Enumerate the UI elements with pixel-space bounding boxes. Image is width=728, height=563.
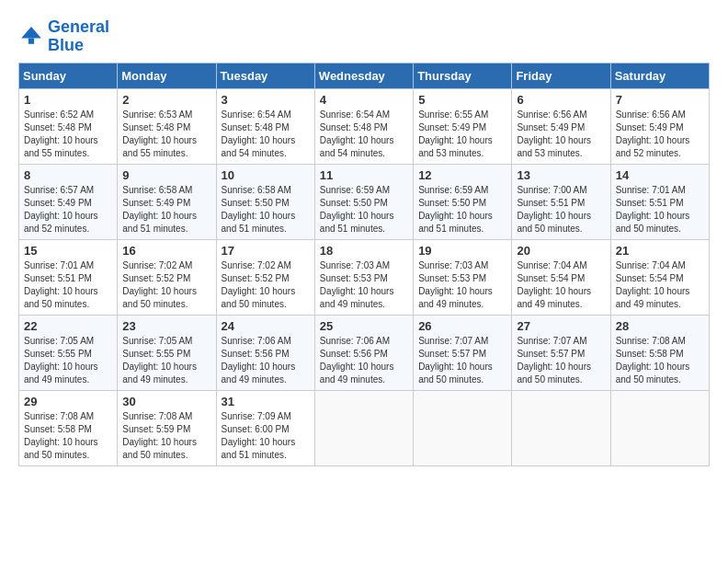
day-info: Sunrise: 6:56 AM Sunset: 5:49 PM Dayligh… (517, 109, 605, 160)
svg-rect-1 (28, 38, 34, 43)
day-info: Sunrise: 6:56 AM Sunset: 5:49 PM Dayligh… (616, 109, 704, 160)
day-number: 2 (122, 93, 210, 107)
calendar-day-cell: 15 Sunrise: 7:01 AM Sunset: 5:51 PM Dayl… (19, 239, 118, 315)
calendar-day-cell: 3 Sunrise: 6:54 AM Sunset: 5:48 PM Dayli… (216, 88, 314, 164)
day-info: Sunrise: 7:04 AM Sunset: 5:54 PM Dayligh… (616, 259, 704, 311)
day-info: Sunrise: 7:01 AM Sunset: 5:51 PM Dayligh… (616, 184, 704, 236)
calendar-day-cell: 24 Sunrise: 7:06 AM Sunset: 5:56 PM Dayl… (216, 315, 314, 390)
day-info: Sunrise: 7:02 AM Sunset: 5:52 PM Dayligh… (222, 259, 310, 311)
calendar-day-cell: 21 Sunrise: 7:04 AM Sunset: 5:54 PM Dayl… (610, 239, 709, 315)
calendar-day-cell (610, 390, 709, 465)
calendar-day-cell: 7 Sunrise: 6:56 AM Sunset: 5:49 PM Dayli… (610, 88, 709, 164)
day-info: Sunrise: 7:00 AM Sunset: 5:51 PM Dayligh… (517, 184, 605, 236)
day-info: Sunrise: 6:52 AM Sunset: 5:48 PM Dayligh… (24, 109, 112, 160)
day-number: 10 (222, 168, 310, 182)
calendar-day-cell: 30 Sunrise: 7:08 AM Sunset: 5:59 PM Dayl… (118, 390, 216, 465)
day-info: Sunrise: 6:53 AM Sunset: 5:48 PM Dayligh… (122, 109, 210, 160)
calendar-day-cell: 31 Sunrise: 7:09 AM Sunset: 6:00 PM Dayl… (216, 390, 314, 465)
calendar-day-cell: 17 Sunrise: 7:02 AM Sunset: 5:52 PM Dayl… (216, 239, 314, 315)
weekday-header: Tuesday (216, 63, 314, 88)
weekday-header: Thursday (414, 63, 512, 88)
logo: General Blue (18, 18, 109, 55)
day-info: Sunrise: 6:57 AM Sunset: 5:49 PM Dayligh… (24, 184, 112, 236)
day-info: Sunrise: 7:05 AM Sunset: 5:55 PM Dayligh… (24, 335, 112, 386)
calendar-day-cell (512, 390, 610, 465)
day-info: Sunrise: 6:55 AM Sunset: 5:49 PM Dayligh… (418, 109, 506, 160)
page-header: General Blue (18, 18, 710, 55)
calendar-day-cell: 19 Sunrise: 7:03 AM Sunset: 5:53 PM Dayl… (414, 239, 512, 315)
svg-marker-0 (21, 27, 41, 38)
calendar-week-row: 29 Sunrise: 7:08 AM Sunset: 5:58 PM Dayl… (19, 390, 710, 465)
calendar-day-cell: 1 Sunrise: 6:52 AM Sunset: 5:48 PM Dayli… (19, 88, 118, 164)
calendar-day-cell (314, 390, 413, 465)
weekday-header-row: SundayMondayTuesdayWednesdayThursdayFrid… (19, 63, 710, 88)
day-number: 26 (418, 319, 506, 333)
day-number: 28 (616, 319, 704, 333)
day-info: Sunrise: 6:58 AM Sunset: 5:49 PM Dayligh… (122, 184, 210, 236)
calendar-day-cell: 6 Sunrise: 6:56 AM Sunset: 5:49 PM Dayli… (512, 88, 610, 164)
day-number: 25 (320, 319, 408, 333)
day-number: 18 (320, 244, 408, 258)
day-info: Sunrise: 7:01 AM Sunset: 5:51 PM Dayligh… (24, 259, 112, 311)
weekday-header: Monday (118, 63, 216, 88)
calendar-day-cell (414, 390, 512, 465)
day-number: 24 (222, 319, 310, 333)
calendar-day-cell: 10 Sunrise: 6:58 AM Sunset: 5:50 PM Dayl… (216, 164, 314, 239)
day-info: Sunrise: 7:05 AM Sunset: 5:55 PM Dayligh… (122, 335, 210, 386)
calendar-day-cell: 8 Sunrise: 6:57 AM Sunset: 5:49 PM Dayli… (19, 164, 118, 239)
day-number: 21 (616, 244, 704, 258)
day-info: Sunrise: 6:58 AM Sunset: 5:50 PM Dayligh… (222, 184, 310, 236)
day-info: Sunrise: 7:03 AM Sunset: 5:53 PM Dayligh… (418, 259, 506, 311)
day-number: 29 (24, 395, 112, 408)
day-number: 11 (320, 168, 408, 182)
weekday-header: Wednesday (314, 63, 413, 88)
day-number: 31 (222, 395, 310, 408)
calendar-day-cell: 18 Sunrise: 7:03 AM Sunset: 5:53 PM Dayl… (314, 239, 413, 315)
weekday-header: Sunday (19, 63, 118, 88)
logo-icon (18, 24, 44, 50)
calendar-day-cell: 20 Sunrise: 7:04 AM Sunset: 5:54 PM Dayl… (512, 239, 610, 315)
day-info: Sunrise: 7:09 AM Sunset: 6:00 PM Dayligh… (222, 410, 310, 462)
logo-text: General Blue (48, 18, 109, 55)
day-info: Sunrise: 7:07 AM Sunset: 5:57 PM Dayligh… (418, 335, 506, 386)
day-number: 3 (222, 93, 310, 107)
calendar-day-cell: 9 Sunrise: 6:58 AM Sunset: 5:49 PM Dayli… (118, 164, 216, 239)
day-number: 8 (24, 168, 112, 182)
calendar-day-cell: 2 Sunrise: 6:53 AM Sunset: 5:48 PM Dayli… (118, 88, 216, 164)
weekday-header: Saturday (610, 63, 709, 88)
day-info: Sunrise: 6:54 AM Sunset: 5:48 PM Dayligh… (320, 109, 408, 160)
calendar-week-row: 8 Sunrise: 6:57 AM Sunset: 5:49 PM Dayli… (19, 164, 710, 239)
day-info: Sunrise: 6:54 AM Sunset: 5:48 PM Dayligh… (222, 109, 310, 160)
day-info: Sunrise: 7:08 AM Sunset: 5:58 PM Dayligh… (24, 410, 112, 462)
day-info: Sunrise: 7:08 AM Sunset: 5:58 PM Dayligh… (616, 335, 704, 386)
calendar-week-row: 1 Sunrise: 6:52 AM Sunset: 5:48 PM Dayli… (19, 88, 710, 164)
day-info: Sunrise: 7:08 AM Sunset: 5:59 PM Dayligh… (122, 410, 210, 462)
day-info: Sunrise: 6:59 AM Sunset: 5:50 PM Dayligh… (320, 184, 408, 236)
calendar-day-cell: 14 Sunrise: 7:01 AM Sunset: 5:51 PM Dayl… (610, 164, 709, 239)
day-number: 5 (418, 93, 506, 107)
calendar-day-cell: 22 Sunrise: 7:05 AM Sunset: 5:55 PM Dayl… (19, 315, 118, 390)
day-number: 23 (122, 319, 210, 333)
day-number: 27 (517, 319, 605, 333)
weekday-header: Friday (512, 63, 610, 88)
calendar-week-row: 15 Sunrise: 7:01 AM Sunset: 5:51 PM Dayl… (19, 239, 710, 315)
day-number: 15 (24, 244, 112, 258)
day-number: 13 (517, 168, 605, 182)
calendar-day-cell: 27 Sunrise: 7:07 AM Sunset: 5:57 PM Dayl… (512, 315, 610, 390)
day-number: 1 (24, 93, 112, 107)
day-number: 22 (24, 319, 112, 333)
day-number: 4 (320, 93, 408, 107)
day-number: 14 (616, 168, 704, 182)
day-info: Sunrise: 7:06 AM Sunset: 5:56 PM Dayligh… (222, 335, 310, 386)
day-number: 7 (616, 93, 704, 107)
calendar-table: SundayMondayTuesdayWednesdayThursdayFrid… (18, 63, 710, 466)
calendar-week-row: 22 Sunrise: 7:05 AM Sunset: 5:55 PM Dayl… (19, 315, 710, 390)
day-number: 19 (418, 244, 506, 258)
calendar-day-cell: 4 Sunrise: 6:54 AM Sunset: 5:48 PM Dayli… (314, 88, 413, 164)
calendar-day-cell: 29 Sunrise: 7:08 AM Sunset: 5:58 PM Dayl… (19, 390, 118, 465)
calendar-day-cell: 12 Sunrise: 6:59 AM Sunset: 5:50 PM Dayl… (414, 164, 512, 239)
calendar-day-cell: 23 Sunrise: 7:05 AM Sunset: 5:55 PM Dayl… (118, 315, 216, 390)
day-info: Sunrise: 7:04 AM Sunset: 5:54 PM Dayligh… (517, 259, 605, 311)
day-number: 30 (122, 395, 210, 408)
day-number: 16 (122, 244, 210, 258)
